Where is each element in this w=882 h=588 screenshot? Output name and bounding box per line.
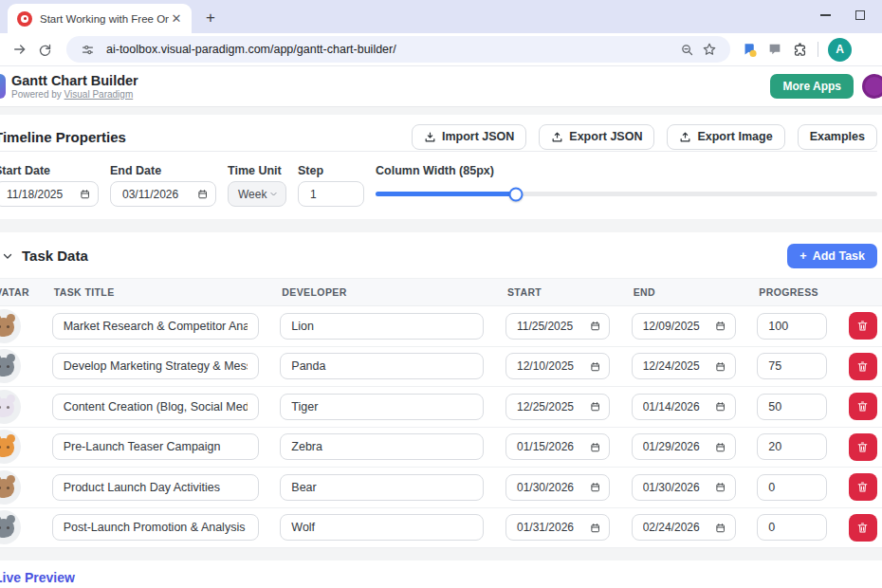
start-date-input[interactable]	[7, 188, 80, 201]
developer-input[interactable]	[280, 313, 484, 340]
maximize-button[interactable]	[855, 10, 865, 20]
time-unit-select[interactable]: Week	[228, 181, 286, 207]
forward-icon[interactable]	[8, 37, 32, 62]
export-image-button[interactable]: Export Image	[667, 124, 784, 150]
task-title-input[interactable]	[52, 353, 259, 379]
end-date-field[interactable]	[632, 514, 736, 541]
progress-input[interactable]	[757, 514, 827, 541]
progress-input[interactable]	[757, 394, 827, 420]
start-date-field[interactable]	[0, 181, 99, 207]
calendar-icon[interactable]	[590, 481, 600, 493]
developer-input[interactable]	[280, 474, 484, 501]
trash-icon	[856, 320, 869, 332]
calendar-icon[interactable]	[197, 188, 208, 200]
calendar-icon[interactable]	[590, 522, 600, 534]
start-date-field[interactable]	[505, 474, 610, 501]
calendar-icon[interactable]	[590, 320, 600, 332]
progress-input[interactable]	[757, 433, 827, 460]
end-date-input[interactable]	[643, 521, 716, 534]
calendar-icon[interactable]	[590, 400, 600, 413]
examples-button[interactable]: Examples	[798, 124, 877, 150]
end-date-field[interactable]	[632, 474, 736, 501]
developer-input[interactable]	[280, 394, 484, 420]
delete-task-button[interactable]	[849, 433, 877, 461]
visual-paradigm-link[interactable]: Visual Paradigm	[64, 89, 134, 100]
slider-thumb[interactable]	[509, 187, 524, 201]
start-date-field[interactable]	[505, 514, 610, 541]
delete-task-button[interactable]	[849, 514, 877, 542]
start-date-field[interactable]	[505, 394, 610, 420]
calendar-icon[interactable]	[590, 360, 600, 373]
more-apps-button[interactable]: More Apps	[770, 74, 854, 99]
export-json-button[interactable]: Export JSON	[539, 124, 654, 150]
start-date-field[interactable]	[505, 313, 610, 340]
bookmark-star-icon[interactable]	[698, 38, 721, 61]
end-date-input[interactable]	[643, 481, 716, 494]
end-date-field[interactable]	[632, 353, 736, 379]
calendar-icon[interactable]	[715, 400, 726, 413]
profile-badge[interactable]	[862, 74, 882, 99]
task-row	[0, 508, 882, 549]
task-title-input[interactable]	[52, 514, 259, 541]
step-field[interactable]	[298, 181, 364, 207]
end-date-field[interactable]	[632, 313, 736, 340]
start-date-input[interactable]	[517, 481, 590, 494]
import-json-button[interactable]: Import JSON	[412, 124, 526, 150]
delete-task-button[interactable]	[849, 473, 877, 501]
delete-task-button[interactable]	[849, 393, 877, 420]
tab-close-icon[interactable]: ✕	[169, 11, 184, 27]
calendar-icon[interactable]	[715, 481, 726, 493]
end-date-field[interactable]	[110, 181, 216, 207]
calendar-icon[interactable]	[590, 441, 600, 453]
progress-input[interactable]	[757, 474, 827, 501]
end-date-input[interactable]	[643, 359, 716, 373]
step-input[interactable]	[310, 188, 356, 201]
developer-input[interactable]	[280, 514, 484, 541]
start-date-input[interactable]	[517, 320, 590, 333]
start-date-field[interactable]	[505, 433, 610, 460]
new-tab-button[interactable]: +	[199, 7, 222, 29]
task-title-input[interactable]	[52, 394, 259, 420]
start-date-input[interactable]	[517, 521, 590, 534]
column-width-slider[interactable]	[376, 192, 877, 196]
trash-icon	[856, 400, 869, 413]
calendar-icon[interactable]	[715, 360, 726, 373]
end-date-field[interactable]	[632, 394, 736, 420]
task-title-input[interactable]	[52, 474, 259, 501]
developer-input[interactable]	[280, 433, 484, 460]
start-date-input[interactable]	[517, 359, 590, 373]
url-text[interactable]: ai-toolbox.visual-paradigm.com/app/gantt…	[106, 43, 675, 56]
gray-extension-icon[interactable]	[767, 42, 782, 57]
calendar-icon[interactable]	[80, 188, 90, 200]
site-info-icon[interactable]	[76, 38, 99, 61]
delete-task-button[interactable]	[849, 353, 877, 380]
end-date-input[interactable]	[643, 320, 716, 333]
task-title-input[interactable]	[52, 313, 259, 340]
extensions-puzzle-icon[interactable]	[792, 42, 808, 58]
end-date-field[interactable]	[632, 433, 736, 460]
calendar-icon[interactable]	[715, 441, 726, 453]
calendar-icon[interactable]	[715, 320, 726, 332]
end-date-input[interactable]	[643, 440, 716, 453]
address-bar[interactable]: ai-toolbox.visual-paradigm.com/app/gantt…	[66, 36, 730, 63]
delete-task-button[interactable]	[849, 312, 877, 340]
developer-input[interactable]	[280, 353, 484, 379]
calendar-icon[interactable]	[715, 522, 726, 534]
zoom-out-icon[interactable]	[675, 38, 698, 61]
start-date-input[interactable]	[517, 400, 590, 413]
task-title-input[interactable]	[52, 433, 259, 460]
profile-avatar[interactable]: A	[828, 38, 852, 62]
reload-icon[interactable]	[32, 37, 57, 62]
start-date-field[interactable]	[505, 353, 610, 379]
slider-fill	[376, 192, 516, 196]
start-date-input[interactable]	[517, 440, 590, 453]
blue-extension-icon[interactable]	[742, 42, 758, 58]
end-date-input[interactable]	[643, 400, 716, 413]
minimize-button[interactable]	[820, 14, 831, 16]
progress-input[interactable]	[757, 313, 827, 340]
browser-tab[interactable]: Start Working with Free Online ✕	[8, 4, 192, 33]
end-date-input[interactable]	[122, 188, 197, 201]
add-task-button[interactable]: + Add Task	[787, 244, 877, 268]
collapse-chevron-icon[interactable]	[2, 250, 13, 262]
progress-input[interactable]	[757, 353, 827, 379]
